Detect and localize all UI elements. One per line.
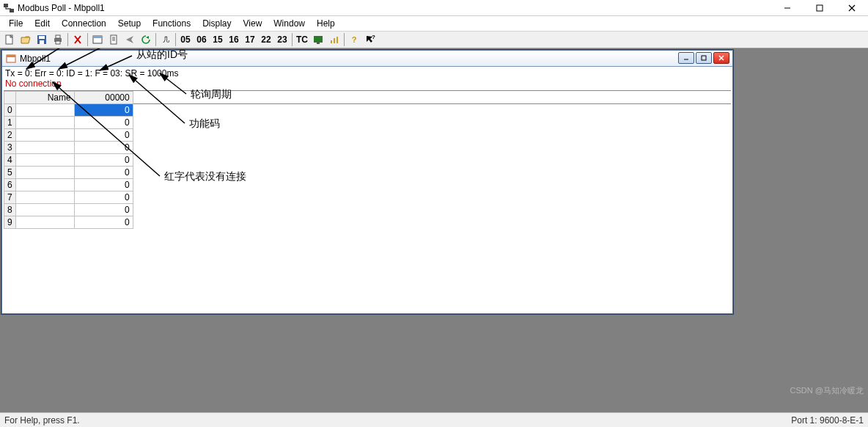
toolbar-tc[interactable]: TC (294, 34, 310, 45)
svg-rect-26 (334, 38, 335, 43)
cell-value[interactable]: 0 (74, 104, 133, 117)
svg-rect-9 (40, 40, 44, 44)
toolbar-separator (155, 33, 156, 46)
toolbar-chart-icon[interactable] (326, 32, 342, 47)
toolbar-open-icon[interactable] (18, 32, 34, 47)
row-index[interactable]: 0 (4, 104, 16, 117)
menu-functions[interactable]: Functions (147, 17, 196, 30)
menu-display[interactable]: Display (196, 17, 237, 30)
grid-header-name[interactable]: Name (15, 92, 74, 104)
toolbar-func-06[interactable]: 06 (194, 34, 210, 45)
cell-name[interactable] (15, 154, 74, 167)
table-row[interactable]: 60 (4, 179, 133, 191)
grid-corner (4, 92, 16, 104)
toolbar-new-icon[interactable] (1, 32, 18, 47)
svg-rect-24 (317, 43, 320, 44)
menu-window[interactable]: Window (268, 17, 311, 30)
cell-value[interactable]: 0 (74, 216, 133, 229)
poll-status-line: Tx = 0: Err = 0: ID = 1: F = 03: SR = 10… (4, 68, 731, 79)
toolbar-func-22[interactable]: 22 (258, 34, 274, 45)
cell-name[interactable] (15, 167, 74, 179)
toolbar-func-23[interactable]: 23 (274, 34, 290, 45)
grid-header-value[interactable]: 00000 (74, 92, 133, 104)
menu-edit[interactable]: Edit (29, 17, 56, 30)
toolbar-print-icon[interactable] (50, 32, 66, 47)
toolbar-save-icon[interactable] (34, 32, 50, 47)
svg-rect-12 (56, 41, 60, 44)
toolbar-separator (292, 33, 293, 46)
toolbar-window-icon[interactable] (89, 32, 106, 47)
toolbar-monitor-icon[interactable] (310, 32, 326, 47)
cell-value[interactable]: 0 (74, 117, 133, 129)
toolbar-refresh-icon[interactable] (138, 32, 154, 47)
child-close-button[interactable] (713, 52, 729, 64)
toolbar-context-help-icon[interactable]: ? (362, 32, 378, 47)
row-index[interactable]: 6 (4, 179, 16, 191)
window-minimize-button[interactable] (771, 0, 803, 15)
row-index[interactable]: 7 (4, 191, 16, 204)
cell-name[interactable] (15, 142, 74, 154)
toolbar: 几 05 06 15 16 17 22 23 TC ? ? (0, 31, 868, 48)
menu-setup[interactable]: Setup (112, 17, 147, 30)
toolbar-doc-icon[interactable] (106, 32, 122, 47)
window-close-button[interactable] (836, 0, 868, 15)
child-titlebar[interactable]: Mbpoll1 (2, 51, 732, 67)
data-grid[interactable]: Name 00000 00102030405060708090 (4, 90, 731, 229)
cell-value[interactable]: 0 (74, 204, 133, 216)
cell-name[interactable] (15, 204, 74, 216)
svg-rect-8 (39, 36, 45, 39)
toolbar-func-05[interactable]: 05 (177, 34, 194, 45)
table-row[interactable]: 90 (4, 216, 133, 229)
row-index[interactable]: 1 (4, 117, 16, 129)
toolbar-func-15[interactable]: 15 (210, 34, 226, 45)
mdi-client-area: Mbpoll1 Tx = 0: Err = 0: ID = 1: F = 03:… (0, 48, 868, 412)
table-row[interactable]: 10 (4, 117, 133, 129)
cell-value[interactable]: 0 (74, 142, 133, 154)
child-minimize-button[interactable] (678, 52, 694, 64)
toolbar-send-icon[interactable] (122, 32, 138, 47)
table-row[interactable]: 40 (4, 154, 133, 167)
svg-rect-17 (111, 35, 117, 44)
cell-name[interactable] (15, 129, 74, 142)
svg-rect-25 (331, 40, 332, 43)
row-index[interactable]: 9 (4, 216, 16, 229)
menubar: File Edit Connection Setup Functions Dis… (0, 16, 868, 31)
table-row[interactable]: 30 (4, 142, 133, 154)
toolbar-func-16[interactable]: 16 (226, 34, 242, 45)
cell-value[interactable]: 0 (74, 167, 133, 179)
menu-file[interactable]: File (3, 17, 29, 30)
svg-rect-23 (314, 36, 323, 43)
cell-name[interactable] (15, 191, 74, 204)
row-index[interactable]: 5 (4, 167, 16, 179)
row-index[interactable]: 8 (4, 204, 16, 216)
statusbar: For Help, press F1. Port 1: 9600-8-E-1 (0, 412, 868, 427)
window-maximize-button[interactable] (803, 0, 836, 15)
cell-value[interactable]: 0 (74, 179, 133, 191)
table-row[interactable]: 80 (4, 204, 133, 216)
menu-view[interactable]: View (238, 17, 268, 30)
statusbar-port: Port 1: 9600-8-E-1 (791, 415, 864, 426)
toolbar-help-icon[interactable]: ? (346, 32, 362, 47)
table-row[interactable]: 50 (4, 167, 133, 179)
menu-help[interactable]: Help (311, 17, 341, 30)
cell-name[interactable] (15, 216, 74, 229)
toolbar-bits-icon[interactable]: 几 (158, 32, 174, 47)
row-index[interactable]: 2 (4, 129, 16, 142)
cell-value[interactable]: 0 (74, 154, 133, 167)
row-index[interactable]: 3 (4, 142, 16, 154)
cell-name[interactable] (15, 117, 74, 129)
cell-name[interactable] (15, 179, 74, 191)
toolbar-cut-icon[interactable] (70, 32, 86, 47)
app-titlebar: Modbus Poll - Mbpoll1 (0, 0, 868, 16)
table-row[interactable]: 00 (4, 104, 133, 117)
cell-name[interactable] (15, 104, 74, 117)
table-row[interactable]: 70 (4, 191, 133, 204)
menu-connection[interactable]: Connection (56, 17, 112, 30)
watermark-text: CSDN @马知冷暖龙 (790, 385, 864, 396)
cell-value[interactable]: 0 (74, 191, 133, 204)
row-index[interactable]: 4 (4, 154, 16, 167)
child-maximize-button[interactable] (696, 52, 712, 64)
cell-value[interactable]: 0 (74, 129, 133, 142)
toolbar-func-17[interactable]: 17 (242, 34, 258, 45)
table-row[interactable]: 20 (4, 129, 133, 142)
